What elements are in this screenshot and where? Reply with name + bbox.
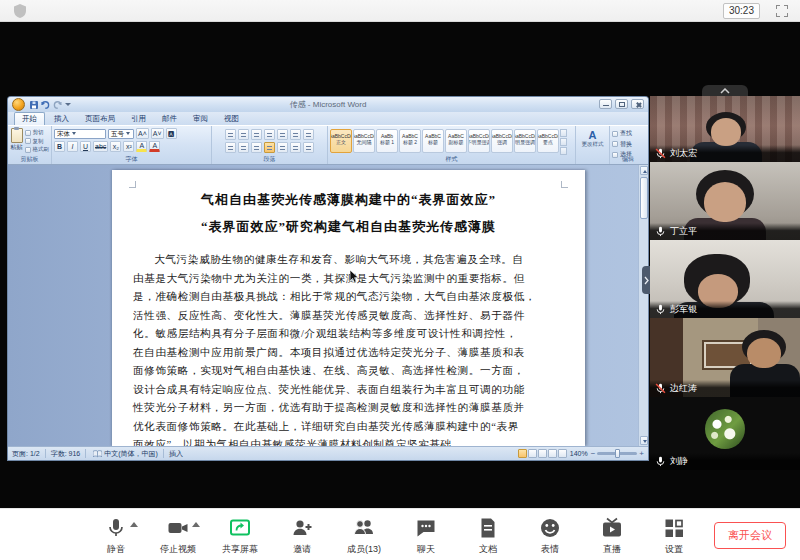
show-marks-button[interactable]	[303, 129, 314, 140]
subscript-button[interactable]: x₂	[110, 141, 121, 152]
sort-button[interactable]	[290, 129, 301, 140]
zoom-out-icon[interactable]: −	[591, 450, 596, 458]
justify-button[interactable]	[264, 142, 275, 153]
numbering-button[interactable]	[238, 129, 249, 140]
line-spacing-button[interactable]	[277, 142, 288, 153]
document-page[interactable]: 气相自由基荧光传感薄膜构建中的“表界面效应” “表界面效应”研究构建气相自由基荧…	[112, 170, 585, 446]
vertical-scrollbar[interactable]	[638, 165, 648, 446]
view-mode-buttons[interactable]	[518, 449, 567, 458]
print-layout-icon[interactable]	[518, 449, 527, 458]
insert-mode[interactable]: 插入	[169, 449, 183, 459]
align-center-button[interactable]	[238, 142, 249, 153]
meeting-topbar: 30:23	[0, 0, 800, 22]
emoji-button[interactable]: 表情	[526, 516, 574, 556]
tab-references[interactable]: 引用	[124, 113, 153, 125]
stop-video-button[interactable]: 停止视频	[154, 516, 202, 556]
word-titlebar[interactable]: 传感 - Microsoft Word	[8, 97, 648, 112]
cut-button[interactable]: 剪切	[25, 129, 49, 136]
shading-button[interactable]	[290, 142, 301, 153]
find-button[interactable]: 查找	[612, 129, 644, 138]
restore-button[interactable]	[615, 99, 628, 109]
paste-button[interactable]: 粘贴	[10, 128, 23, 155]
multilevel-list-button[interactable]	[251, 129, 262, 140]
zoom-in-icon[interactable]: +	[639, 450, 644, 458]
spellcheck-icon[interactable]	[93, 450, 102, 458]
tab-review[interactable]: 审阅	[186, 113, 215, 125]
align-right-button[interactable]	[251, 142, 262, 153]
style-item[interactable]: AaBbC标题	[422, 129, 444, 153]
word-count[interactable]: 字数: 916	[51, 449, 81, 459]
zoom-level[interactable]: 140%	[570, 450, 588, 457]
document-area[interactable]: 气相自由基荧光传感薄膜构建中的“表界面效应” “表界面效应”研究构建气相自由基荧…	[8, 165, 648, 446]
scroll-down-icon[interactable]	[640, 436, 648, 445]
language-indicator[interactable]: 中文(简体，中国)	[104, 449, 158, 459]
live-button[interactable]: 直播	[588, 516, 636, 556]
style-item[interactable]: AaBbCcDd不明显强调	[468, 129, 490, 153]
invite-button[interactable]: 邀请	[278, 516, 326, 556]
chat-button[interactable]: 聊天	[402, 516, 450, 556]
increase-indent-button[interactable]	[277, 129, 288, 140]
minimize-button[interactable]	[599, 99, 612, 109]
align-left-button[interactable]	[225, 142, 236, 153]
collapse-videos-button[interactable]	[702, 85, 748, 96]
participant-tile[interactable]: 丁立平	[650, 162, 800, 240]
style-item[interactable]: AaBb标题 1	[376, 129, 398, 153]
fullscreen-reading-icon[interactable]	[528, 449, 537, 458]
outline-view-icon[interactable]	[548, 449, 557, 458]
fullscreen-icon[interactable]	[776, 5, 788, 17]
font-color-button[interactable]: A	[149, 141, 160, 152]
style-item[interactable]: AaBbCcDd明显强调	[514, 129, 536, 153]
italic-button[interactable]: I	[67, 141, 78, 152]
strikethrough-button[interactable]: abc	[93, 141, 108, 152]
leave-meeting-button[interactable]: 离开会议	[714, 522, 786, 549]
zoom-slider-thumb[interactable]	[615, 449, 620, 458]
styles-scroll[interactable]	[560, 129, 567, 155]
share-screen-button[interactable]: 共享屏幕	[216, 516, 264, 556]
style-item[interactable]: AaBbCcDd无间隔	[353, 129, 375, 153]
scroll-up-icon[interactable]	[640, 166, 648, 175]
video-options-icon[interactable]	[192, 522, 200, 527]
style-item[interactable]: AaBbCcDd强调	[491, 129, 513, 153]
find-icon	[612, 131, 618, 137]
tab-home[interactable]: 开始	[14, 112, 45, 125]
draft-view-icon[interactable]	[558, 449, 567, 458]
shrink-font-button[interactable]: A˅	[151, 128, 164, 139]
decrease-indent-button[interactable]	[264, 129, 275, 140]
underline-button[interactable]: U	[80, 141, 91, 152]
replace-button[interactable]: 替换	[612, 140, 644, 149]
font-size-select[interactable]: 五号	[108, 129, 134, 139]
tab-mailings[interactable]: 邮件	[155, 113, 184, 125]
clear-format-button[interactable]: 🅰	[166, 128, 177, 139]
scrollbar-thumb[interactable]	[640, 177, 648, 219]
page-indicator[interactable]: 页面: 1/2	[12, 449, 40, 459]
zoom-slider[interactable]: − +	[591, 450, 644, 458]
superscript-button[interactable]: x²	[123, 141, 134, 152]
participant-tile[interactable]: 刘静	[650, 397, 800, 470]
bold-button[interactable]: B	[54, 141, 65, 152]
web-layout-icon[interactable]	[538, 449, 547, 458]
highlight-button[interactable]: A	[136, 141, 147, 152]
participant-tile[interactable]: 彭军银	[650, 240, 800, 318]
style-item[interactable]: AaBbC标题 2	[399, 129, 421, 153]
docs-button[interactable]: 文档	[464, 516, 512, 556]
settings-button[interactable]: 设置	[650, 516, 698, 556]
participant-tile[interactable]: 边红涛	[650, 318, 800, 397]
font-name-select[interactable]: 宋体	[54, 129, 106, 139]
tab-insert[interactable]: 插入	[47, 113, 76, 125]
change-styles-button[interactable]: A 更改样式	[576, 126, 610, 164]
style-item[interactable]: AaBbCcDd要点	[537, 129, 559, 153]
tab-view[interactable]: 视图	[217, 113, 246, 125]
style-item[interactable]: AaBbC副标题	[445, 129, 467, 153]
close-button[interactable]	[631, 99, 644, 109]
mute-button[interactable]: 静音	[92, 516, 140, 556]
members-button[interactable]: 成员(13)	[340, 516, 388, 556]
style-item[interactable]: AaBbCcDd正文	[330, 129, 352, 153]
tab-page-layout[interactable]: 页面布局	[78, 113, 122, 125]
mic-options-icon[interactable]	[130, 522, 138, 527]
participant-tile[interactable]: 刘太宏	[650, 96, 800, 162]
borders-button[interactable]	[303, 142, 314, 153]
bullets-button[interactable]	[225, 129, 236, 140]
grow-font-button[interactable]: A˄	[136, 128, 149, 139]
copy-button[interactable]: 复制	[25, 138, 49, 145]
format-painter-button[interactable]: 格式刷	[25, 146, 49, 153]
